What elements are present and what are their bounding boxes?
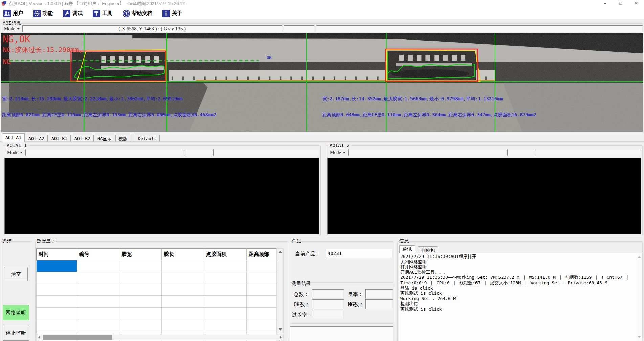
clear-button[interactable]: 清空 [4,267,28,281]
user-icon [3,10,11,17]
col-distance-top[interactable]: 距离顶部 [247,249,277,260]
table-row[interactable] [37,260,277,272]
info-icon [162,10,170,17]
product-input[interactable]: 40231 [326,249,393,258]
col-glue-length[interactable]: 胶长 [162,249,204,260]
overkill-field [312,310,344,319]
panel-right-mode-bar: Mode [327,149,641,156]
total-count-field [312,289,344,299]
tab-template[interactable]: 模版 [115,135,131,142]
app-icon [1,1,7,6]
wrench-icon [63,10,70,17]
panel-aoia1-1-label: AOIA1_1 [5,143,28,148]
ok-count-field [312,299,344,309]
log-line: 2021/7/29 11:36:30:AOI程序打开 [400,254,636,259]
tab-default[interactable]: Default [135,135,160,142]
result-message-box [290,326,393,341]
table-row[interactable] [37,284,277,296]
tab-aoi-b1[interactable]: AOI-B1 [48,135,71,142]
image-panel-right[interactable] [327,158,641,234]
log-line: 检测出错 [400,301,636,307]
panel-right-field-3 [536,149,641,156]
log-line: 开启AOI监控工具。。。 [400,270,636,275]
panel-aoia1-1: AOIA1_1 Mode [3,145,321,236]
camera-image-viewport[interactable]: NG,OK NG:胶体过长:15.290mm, NG OK 宽:2.218mm,… [1,33,643,132]
minimize-button[interactable]: – [597,0,613,7]
tab-heartbeat[interactable]: 心跳包 [418,246,438,253]
close-button[interactable]: ✕ [628,0,644,7]
scroll-down-icon[interactable] [638,336,641,338]
panel-right-mode-dropdown[interactable]: Mode [327,149,348,156]
yield-label: 良率： [348,291,363,298]
menu-item-debug[interactable]: 调试 [63,10,83,17]
col-glue-width[interactable]: 胶宽 [119,249,162,260]
menu-item-help[interactable]: ? 帮助文档 [123,10,152,17]
log-line: 关闭网络监听 [400,259,636,265]
network-listen-button[interactable]: 网络监听 [3,305,29,320]
menu-item-tools[interactable]: 工具 [93,10,112,17]
overlay-ng-flag: NG [3,57,11,66]
table-v-scrollbar[interactable] [276,248,284,333]
table-row[interactable] [37,319,277,331]
h-scroll-thumb[interactable] [43,335,112,340]
aoi-tab-strip: AOI-A1 AOI-A2 AOI-B1 AOI-B2 NG显示 模版 Defa… [2,134,160,142]
scroll-up-icon[interactable] [638,256,641,258]
tab-ng-display[interactable]: NG显示 [94,135,115,142]
menu-bar: 用户 功能 调试 工具 [0,7,644,20]
tab-comm[interactable]: 通讯 [399,245,415,253]
panel-left-field-2 [185,149,212,156]
camera-coordinate-readout: ( X 6568, Y 1463 ) : ( Gray 135 ) [22,25,282,32]
table-row[interactable] [37,308,277,319]
panel-right-field-1 [348,149,506,156]
log-line: Time:0:0:9 ｜ CPU:0 ｜ 线程数:67 ｜ 提交大小:123M … [400,280,636,286]
camera-mode-dropdown[interactable]: Mode [1,25,22,32]
log-line: 2021/7/29 11:36:30——>Working Set: VM:523… [400,275,636,280]
ng-count-label: NG数： [348,301,364,308]
total-label: 总数： [294,291,309,298]
ok-count-label: OK数： [294,301,310,308]
overlay-ng-reason: NG:胶体过长:15.290mm, [3,45,83,54]
menu-item-about[interactable]: 关于 [162,10,182,17]
log-area[interactable]: 2021/7/29 11:36:30:AOI程序打开 关闭网络监听 打开网络监听… [399,253,642,341]
current-product-label: 当前产品： [295,251,320,257]
scroll-down-icon[interactable] [279,328,282,331]
overlay-measure-left-2: 距离顶部0.821mm,距离CF层0.110mm,距离左边界0.153mm,距离… [2,112,216,118]
overlay-ok-flag: OK [267,55,271,60]
scroll-left-icon[interactable] [38,336,40,339]
gear-icon [33,10,41,17]
ng-count-field [365,299,393,309]
panel-left-field-1 [25,149,184,156]
panel-left-mode-dropdown[interactable]: Mode [4,149,25,156]
log-line: 离线测试 is click [400,291,636,296]
table-h-scrollbar[interactable] [36,334,284,340]
menu-item-user[interactable]: 用户 [3,10,23,17]
product-group [290,241,393,283]
maximize-button[interactable]: □ [613,0,628,7]
overlay-measure-right-2: 距离顶部0.048mm,距离CF层0.110mm,距离左边界0.304mm,距离… [322,112,536,118]
tab-aoi-a2[interactable]: AOI-A2 [25,135,48,142]
window-controls: – □ ✕ [597,0,644,7]
window-title: 点胶AOI [ Version : 1.0.0.9 ] 程序 【当前用户： En… [9,1,185,7]
col-glue-area[interactable]: 点胶面积 [204,249,247,260]
log-line: Working Set : 264.0 M [400,296,636,301]
overlay-result-text: NG,OK [3,34,30,44]
scroll-right-icon[interactable] [280,336,282,339]
tab-aoi-a1[interactable]: AOI-A1 [2,133,25,142]
overlay-measure-right-1: 宽:2.187mm,长:14.352mm,最大胶宽:1.5663mm,最小:0.… [322,96,503,102]
log-v-scrollbar[interactable] [637,253,642,341]
data-table[interactable]: 时间 编号 胶宽 胶长 点胶面积 距离顶部 [36,248,277,341]
table-row[interactable] [37,296,277,308]
tab-content-divider [0,141,644,142]
col-number[interactable]: 编号 [77,249,119,260]
scroll-up-icon[interactable] [279,251,282,253]
yield-field [365,289,393,299]
menu-item-function[interactable]: 功能 [33,10,53,17]
selected-cell[interactable] [37,260,77,272]
image-panel-left[interactable] [4,158,319,234]
tab-aoi-b2[interactable]: AOI-B2 [71,135,94,142]
table-row[interactable] [37,272,277,284]
col-time[interactable]: 时间 [37,249,77,260]
panel-aoia1-2-label: AOIA1_2 [328,143,351,148]
stop-listen-button[interactable]: 停止监听 [3,325,29,341]
chevron-down-icon [20,152,23,153]
